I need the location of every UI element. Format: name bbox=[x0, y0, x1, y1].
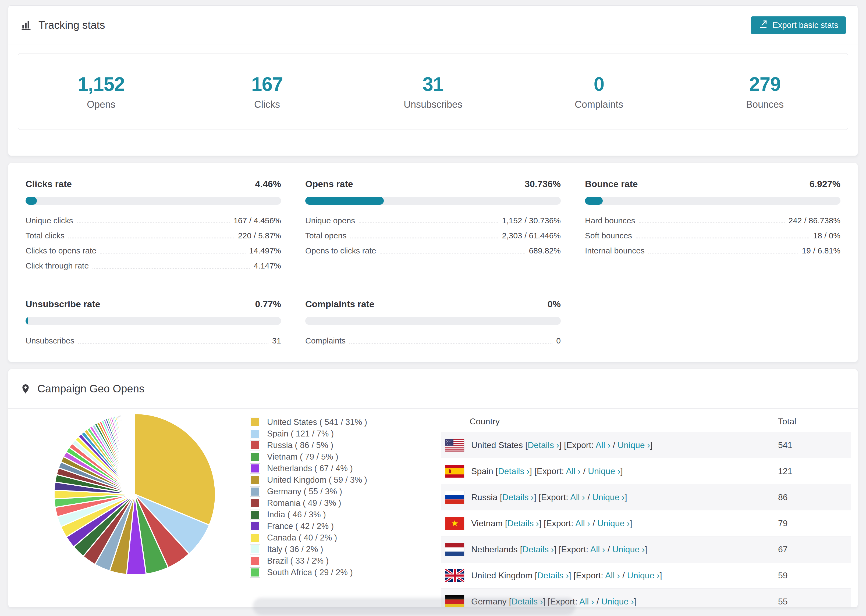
progress-bar-opens-rate bbox=[305, 197, 561, 205]
geo-body: United States ( 541 / 31% )Spain ( 121 /… bbox=[8, 409, 858, 607]
legend-swatch-india bbox=[250, 510, 260, 520]
stat-card-clicks: 167Clicks bbox=[184, 53, 350, 130]
metric-row-internal-bounces: Internal bounces19 / 6.81% bbox=[585, 246, 841, 261]
legend-item-vietnam: Vietnam ( 79 / 5% ) bbox=[250, 451, 377, 462]
column-header-total: Total bbox=[778, 416, 851, 426]
export-all-link[interactable]: All › bbox=[605, 570, 620, 580]
export-all-link[interactable]: All › bbox=[566, 466, 581, 476]
export-unique-link[interactable]: Unique › bbox=[588, 466, 620, 476]
metric-value-total-opens: 2,303 / 61.446% bbox=[502, 231, 561, 240]
rate-title-bounce-rate: Bounce rate bbox=[585, 179, 638, 189]
details-link[interactable]: Details › bbox=[507, 519, 539, 528]
export-basic-stats-label: Export basic stats bbox=[772, 20, 838, 30]
legend-label-united-kingdom: United Kingdom ( 59 / 3% ) bbox=[267, 475, 367, 485]
rates-card: Clicks rate4.46%Unique clicks167 / 4.456… bbox=[8, 163, 858, 362]
legend-swatch-united-kingdom bbox=[250, 475, 260, 485]
export-all-link[interactable]: All › bbox=[575, 519, 590, 528]
legend-item-united-kingdom: United Kingdom ( 59 / 3% ) bbox=[250, 474, 377, 486]
export-unique-link[interactable]: Unique › bbox=[592, 492, 625, 502]
rate-block-opens-rate: Opens rate30.736%Unique opens1,152 / 30.… bbox=[305, 179, 561, 276]
progress-bar-bounce-rate bbox=[585, 197, 841, 205]
total-cell-russia: 86 bbox=[778, 492, 851, 502]
campaign-geo-opens-card: Campaign Geo Opens United States ( 541 /… bbox=[8, 369, 858, 607]
export-unique-link[interactable]: Unique › bbox=[617, 440, 650, 450]
legend-item-netherlands: Netherlands ( 67 / 4% ) bbox=[250, 462, 377, 474]
rate-title-unsubscribe-rate: Unsubscribe rate bbox=[25, 299, 100, 310]
legend-item-south-africa: South Africa ( 29 / 2% ) bbox=[250, 567, 377, 578]
country-cell-netherlands: Netherlands [Details ›] [Export: All › /… bbox=[471, 545, 778, 555]
details-link[interactable]: Details › bbox=[502, 492, 534, 502]
progress-bar-unsubscribe-rate bbox=[25, 317, 281, 325]
stat-card-complaints: 0Complaints bbox=[516, 53, 682, 130]
metric-value-click-through-rate: 4.147% bbox=[254, 261, 281, 270]
legend-label-canada: Canada ( 40 / 2% ) bbox=[267, 533, 337, 543]
country-cell-vietnam: Vietnam [Details ›] [Export: All › / Uni… bbox=[471, 519, 778, 528]
legend-swatch-germany bbox=[250, 487, 260, 497]
details-link[interactable]: Details › bbox=[498, 466, 529, 476]
table-row-vietnam: Vietnam [Details ›] [Export: All › / Uni… bbox=[441, 510, 851, 536]
flag-ru-icon bbox=[446, 491, 464, 504]
metric-row-soft-bounces: Soft bounces18 / 0% bbox=[585, 231, 841, 246]
flag-nl-icon bbox=[446, 543, 464, 556]
export-unique-link[interactable]: Unique › bbox=[601, 597, 634, 606]
campaign-geo-opens-title: Campaign Geo Opens bbox=[20, 383, 145, 395]
rate-value-complaints-rate: 0% bbox=[548, 299, 561, 310]
details-link[interactable]: Details › bbox=[522, 545, 554, 554]
export-unique-link[interactable]: Unique › bbox=[612, 545, 645, 554]
progress-fill-unsubscribe-rate bbox=[25, 317, 28, 325]
legend-swatch-romania bbox=[250, 498, 260, 508]
rate-value-clicks-rate: 4.46% bbox=[255, 179, 281, 189]
details-link[interactable]: Details › bbox=[537, 570, 568, 580]
progress-fill-bounce-rate bbox=[585, 197, 603, 205]
total-cell-netherlands: 67 bbox=[778, 545, 851, 555]
legend-item-india: India ( 46 / 3% ) bbox=[250, 509, 377, 520]
legend-label-netherlands: Netherlands ( 67 / 4% ) bbox=[267, 464, 353, 473]
export-all-link[interactable]: All › bbox=[595, 440, 610, 450]
total-cell-united-kingdom: 59 bbox=[778, 570, 851, 580]
export-all-link[interactable]: All › bbox=[579, 597, 594, 606]
legend-item-united-states: United States ( 541 / 31% ) bbox=[250, 416, 377, 428]
table-row-russia: Russia [Details ›] [Export: All › / Uniq… bbox=[441, 484, 851, 510]
total-cell-united-states: 541 bbox=[778, 440, 851, 450]
dotted-leader bbox=[649, 253, 798, 253]
export-all-link[interactable]: All › bbox=[590, 545, 605, 554]
legend-label-russia: Russia ( 86 / 5% ) bbox=[267, 440, 333, 450]
rate-block-bounce-rate: Bounce rate6.927%Hard bounces242 / 86.73… bbox=[585, 179, 841, 276]
dotted-leader bbox=[636, 237, 809, 238]
rate-title-complaints-rate: Complaints rate bbox=[305, 299, 375, 310]
dotted-leader bbox=[68, 237, 234, 238]
metric-label-unique-opens: Unique opens bbox=[305, 216, 355, 225]
export-unique-link[interactable]: Unique › bbox=[597, 519, 630, 528]
dotted-leader bbox=[93, 268, 250, 269]
dotted-leader bbox=[78, 343, 268, 344]
metric-value-unique-opens: 1,152 / 30.736% bbox=[502, 216, 561, 225]
country-cell-russia: Russia [Details ›] [Export: All › / Uniq… bbox=[471, 492, 778, 502]
map-pin-icon bbox=[20, 383, 31, 394]
metric-row-click-through-rate: Click through rate4.147% bbox=[25, 261, 281, 276]
details-link[interactable]: Details › bbox=[527, 440, 559, 450]
stat-label-clicks: Clicks bbox=[254, 99, 280, 110]
country-cell-united-states: United States [Details ›] [Export: All ›… bbox=[471, 440, 778, 450]
metric-label-soft-bounces: Soft bounces bbox=[585, 231, 632, 240]
stat-card-opens: 1,152Opens bbox=[18, 53, 184, 130]
export-unique-link[interactable]: Unique › bbox=[627, 570, 660, 580]
rate-block-complaints-rate: Complaints rate0%Complaints0 bbox=[305, 299, 561, 351]
rate-value-bounce-rate: 6.927% bbox=[809, 179, 841, 189]
metric-value-unique-clicks: 167 / 4.456% bbox=[233, 216, 281, 225]
metric-label-unique-clicks: Unique clicks bbox=[25, 216, 73, 225]
horizontal-scrollbar-thumb[interactable] bbox=[253, 598, 576, 615]
metric-label-hard-bounces: Hard bounces bbox=[585, 216, 635, 225]
stat-value-opens: 1,152 bbox=[77, 73, 124, 95]
export-all-link[interactable]: All › bbox=[570, 492, 585, 502]
legend-label-united-states: United States ( 541 / 31% ) bbox=[267, 417, 367, 427]
rate-value-unsubscribe-rate: 0.77% bbox=[255, 299, 281, 310]
bar-chart-icon bbox=[20, 19, 32, 31]
stat-label-bounces: Bounces bbox=[746, 99, 784, 110]
export-basic-stats-button[interactable]: Export basic stats bbox=[751, 16, 846, 34]
stat-label-opens: Opens bbox=[87, 99, 115, 110]
rate-head-complaints-rate: Complaints rate0% bbox=[305, 299, 561, 310]
dotted-leader bbox=[350, 237, 498, 238]
stat-label-complaints: Complaints bbox=[575, 99, 623, 110]
dotted-leader bbox=[350, 343, 553, 344]
metric-value-hard-bounces: 242 / 86.738% bbox=[789, 216, 841, 225]
